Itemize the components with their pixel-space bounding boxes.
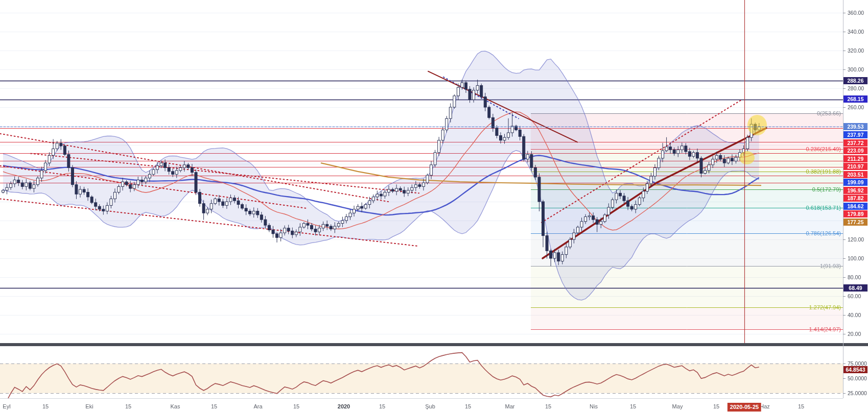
price-level-badge: 237.97 bbox=[843, 131, 867, 138]
price-level-badge: 211.29 bbox=[843, 155, 867, 162]
price-level-badge: 196.92 bbox=[843, 187, 867, 194]
fib-level-label: 0.786(126.54) bbox=[806, 230, 841, 236]
time-axis-label: Nis bbox=[590, 403, 598, 409]
time-axis-label: Eyl bbox=[3, 403, 10, 409]
price-level-badge: 187.82 bbox=[843, 195, 867, 202]
time-axis-label: 15 bbox=[545, 403, 551, 409]
time-axis-label: 15 bbox=[630, 403, 636, 409]
price-level-badge: 288.26 bbox=[843, 77, 867, 84]
price-level-badge: 203.51 bbox=[843, 171, 867, 178]
fib-level-label: 0.236(215.49) bbox=[806, 146, 841, 152]
fib-level-label: 1(91.93) bbox=[820, 263, 841, 269]
trading-chart-window: 360.00340.00320.00300.00280.00260.00120.… bbox=[0, 0, 868, 412]
time-axis-label: 15 bbox=[379, 403, 385, 409]
price-level-badge: 210.97 bbox=[843, 163, 867, 170]
fib-level-label: 1.414(24.97) bbox=[809, 326, 841, 332]
price-tick-label: 80.00 bbox=[848, 274, 861, 281]
time-axis-label: 2020 bbox=[338, 403, 350, 409]
price-tick-label: 60.00 bbox=[848, 293, 861, 300]
price-tick-label: 360.00 bbox=[848, 10, 864, 16]
fib-level-label: 0.382(191.88) bbox=[806, 168, 841, 175]
time-axis-label: Kas bbox=[171, 403, 180, 409]
price-level-badge: 68.49 bbox=[843, 284, 867, 292]
price-tick-label: 300.00 bbox=[848, 66, 864, 73]
price-tick-label: 120.00 bbox=[848, 236, 864, 243]
price-tick-label: 100.00 bbox=[848, 255, 864, 262]
crosshair-date-badge: 2020-05-25 bbox=[728, 403, 761, 411]
time-axis-label: 15 bbox=[465, 403, 471, 409]
price-tick-label: 260.00 bbox=[848, 104, 864, 111]
time-axis-label: 15 bbox=[42, 403, 49, 409]
time-axis-label: 15 bbox=[713, 403, 719, 409]
price-level-badge: 184.62 bbox=[843, 203, 867, 210]
time-axis-label: 15 bbox=[293, 403, 299, 409]
fib-level-label: 0(253.66) bbox=[817, 110, 841, 116]
time-axis-label: Şub bbox=[425, 403, 435, 409]
time-axis-label: Ara bbox=[253, 403, 262, 409]
price-level-badge: 239.53 bbox=[843, 123, 867, 130]
rsi-tick-label: 50.0000 bbox=[848, 375, 867, 382]
time-axis-label: Eki bbox=[85, 403, 93, 409]
fib-level-label: 0.618(153.71) bbox=[806, 205, 841, 211]
fib-level-label: 0.5(172.79) bbox=[812, 186, 841, 192]
rsi-tick-label: 25.0000 bbox=[848, 390, 867, 397]
price-level-badge: 177.25 bbox=[843, 219, 867, 226]
price-tick-label: 40.00 bbox=[848, 312, 861, 319]
time-axis-label: May bbox=[672, 403, 683, 409]
price-level-badge: 237.72 bbox=[843, 139, 867, 147]
time-axis-label: 15 bbox=[125, 403, 131, 409]
time-axis-label: 15 bbox=[798, 403, 804, 409]
price-tick-label: 280.00 bbox=[848, 85, 864, 92]
rsi-value-badge: 64.8543 bbox=[843, 366, 867, 373]
price-tick-label: 20.00 bbox=[848, 331, 861, 337]
price-level-badge: 223.09 bbox=[843, 147, 867, 154]
price-chart-canvas[interactable] bbox=[0, 0, 868, 412]
time-axis-label: Mar bbox=[505, 403, 515, 409]
fib-level-label: 1.272(47.94) bbox=[809, 304, 841, 310]
price-level-badge: 199.09 bbox=[843, 179, 867, 186]
time-axis-label: Haz bbox=[760, 403, 770, 409]
price-tick-label: 320.00 bbox=[848, 47, 864, 54]
price-level-badge: 268.15 bbox=[843, 95, 867, 103]
time-axis-label: 15 bbox=[211, 403, 217, 409]
price-tick-label: 340.00 bbox=[848, 29, 864, 35]
price-level-badge: 179.89 bbox=[843, 210, 867, 217]
